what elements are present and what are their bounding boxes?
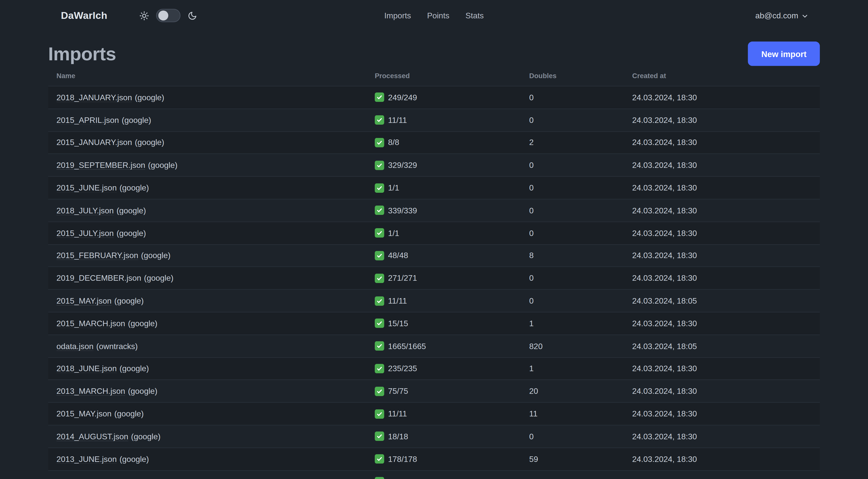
table-row: 2013_JUNE.json(google) 178/178 59 24.03.… (48, 448, 820, 471)
processed-cell: 18/18 (366, 432, 521, 441)
processed-count: 75/75 (388, 387, 408, 395)
import-file-link[interactable]: 2018_JUNE.json (57, 364, 117, 373)
import-file-link[interactable]: 2015_APRIL.json (57, 116, 119, 124)
processed-cell: 329/329 (366, 160, 521, 170)
import-source: (google) (135, 93, 164, 102)
import-file-link[interactable]: 2018_JULY.json (57, 206, 114, 215)
table-row: 2019_SEPTEMBER.json(google) 329/329 0 24… (48, 154, 820, 177)
processed-count: 178/178 (388, 455, 417, 463)
processed-cell: 11/11 (366, 296, 521, 305)
import-file-link[interactable]: odata.json (57, 341, 94, 350)
import-file-link[interactable]: 2015_MAY.json (57, 409, 112, 418)
processed-count: 271/271 (388, 274, 417, 282)
processed-cell: 178/178 (366, 454, 521, 464)
import-source: (google) (128, 387, 157, 395)
name-cell: 2015_MAY.json(google) (48, 409, 366, 418)
processed-count: 1/1 (388, 229, 399, 238)
import-source: (google) (120, 183, 149, 192)
table-row: 2018_JANUARY.json(google) 249/249 0 24.0… (48, 86, 820, 109)
success-check-icon (375, 477, 384, 479)
theme-toggle[interactable] (156, 9, 180, 22)
created-at: 24.03.2024, 18:30 (624, 455, 820, 463)
processed-cell: 249/249 (366, 93, 521, 102)
import-file-link[interactable]: 2018_JANUARY.json (57, 93, 132, 102)
table-row: 2015_JANUARY.json(google) 8/8 2 24.03.20… (48, 132, 820, 154)
name-cell: 2015_MARCH.json(google) (48, 319, 366, 328)
brand-logo[interactable]: DaWarIch (61, 10, 107, 21)
name-cell: 2015_JUNE.json(google) (48, 183, 366, 192)
success-check-icon (375, 432, 384, 441)
import-file-link[interactable]: 2015_JUNE.json (57, 183, 117, 192)
imports-page: Imports New import Name Processed Double… (0, 31, 868, 479)
table-row: 2015_MAY.json(google) 11/11 11 24.03.202… (48, 403, 820, 425)
import-file-link[interactable]: 2015_MARCH.json (57, 319, 125, 328)
column-header-processed: Processed (366, 72, 521, 80)
column-header-created-at: Created at (624, 72, 820, 80)
created-at: 24.03.2024, 18:30 (624, 206, 820, 215)
navbar: DaWarIch (0, 0, 868, 31)
nav-item-stats[interactable]: Stats (465, 11, 484, 20)
created-at: 24.03.2024, 18:30 (624, 183, 820, 192)
table-row: 2015_FEBRUARY.json(google) 48/48 8 24.03… (48, 244, 820, 267)
table-row: 2015_JUNE.json(google) 1/1 0 24.03.2024,… (48, 177, 820, 200)
chevron-down-icon (802, 13, 808, 19)
nav-item-points[interactable]: Points (427, 11, 449, 20)
import-source: (google) (141, 251, 170, 260)
doubles-count: 0 (521, 274, 624, 282)
name-cell: 2015_JANUARY.json(google) (48, 138, 366, 147)
import-source: (google) (131, 432, 160, 441)
success-check-icon (375, 319, 384, 328)
import-source: (google) (120, 455, 149, 463)
success-check-icon (375, 93, 384, 102)
import-file-link[interactable]: 2013_MARCH.json (57, 387, 125, 395)
processed-cell: 235/235 (366, 364, 521, 373)
created-at: 24.03.2024, 18:30 (624, 274, 820, 282)
import-source: (google) (120, 364, 149, 373)
doubles-count: 0 (521, 116, 624, 124)
doubles-count: 0 (521, 183, 624, 192)
doubles-count: 1 (521, 319, 624, 328)
created-at: 24.03.2024, 18:30 (624, 364, 820, 373)
sun-icon (140, 11, 149, 20)
name-cell: 2019_DECEMBER.json(google) (48, 274, 366, 282)
import-source: (google) (144, 274, 173, 282)
import-file-link[interactable]: 2013_JUNE.json (57, 455, 117, 463)
success-check-icon (375, 454, 384, 464)
user-menu[interactable]: ab@cd.com (755, 11, 808, 20)
user-email: ab@cd.com (755, 11, 798, 20)
doubles-count: 1 (521, 364, 624, 373)
processed-count: 11/11 (388, 409, 407, 418)
processed-cell: 75/75 (366, 387, 521, 396)
processed-count: 48/48 (388, 251, 408, 260)
nav-item-imports[interactable]: Imports (384, 11, 411, 20)
import-file-link[interactable]: 2015_MAY.json (57, 296, 112, 305)
import-source: (google) (122, 116, 151, 124)
doubles-count: 59 (521, 455, 624, 463)
processed-count: 235/235 (388, 364, 417, 373)
created-at: 24.03.2024, 18:05 (624, 341, 820, 350)
doubles-count: 0 (521, 161, 624, 170)
table-row: odata.json(owntracks) 1665/1665 820 24.0… (48, 335, 820, 358)
success-check-icon (375, 273, 384, 283)
import-file-link[interactable]: 2015_FEBRUARY.json (57, 251, 138, 260)
doubles-count: 0 (521, 229, 624, 238)
import-file-link[interactable]: 2015_JANUARY.json (57, 138, 132, 147)
import-file-link[interactable]: 2019_SEPTEMBER.json (57, 161, 146, 170)
processed-count: 18/18 (388, 432, 408, 441)
doubles-count: 20 (521, 387, 624, 395)
import-source: (google) (114, 409, 144, 418)
created-at: 24.03.2024, 18:30 (624, 229, 820, 238)
table-row: 2014_AUGUST.json(google) 18/18 0 24.03.2… (48, 425, 820, 448)
import-file-link[interactable]: 2015_JULY.json (57, 229, 114, 238)
doubles-count: 0 (521, 432, 624, 441)
column-header-name: Name (48, 72, 366, 80)
processed-count: 249/249 (388, 93, 417, 102)
new-import-button[interactable]: New import (748, 41, 820, 66)
processed-cell: 11/11 (366, 409, 521, 418)
import-file-link[interactable]: 2014_AUGUST.json (57, 432, 128, 441)
name-cell: 2018_JULY.json(google) (48, 206, 366, 215)
name-cell: 2018_JANUARY.json(google) (48, 93, 366, 102)
page-title: Imports (48, 43, 116, 65)
import-file-link[interactable]: 2019_DECEMBER.json (57, 274, 142, 282)
created-at: 24.03.2024, 18:30 (624, 138, 820, 147)
